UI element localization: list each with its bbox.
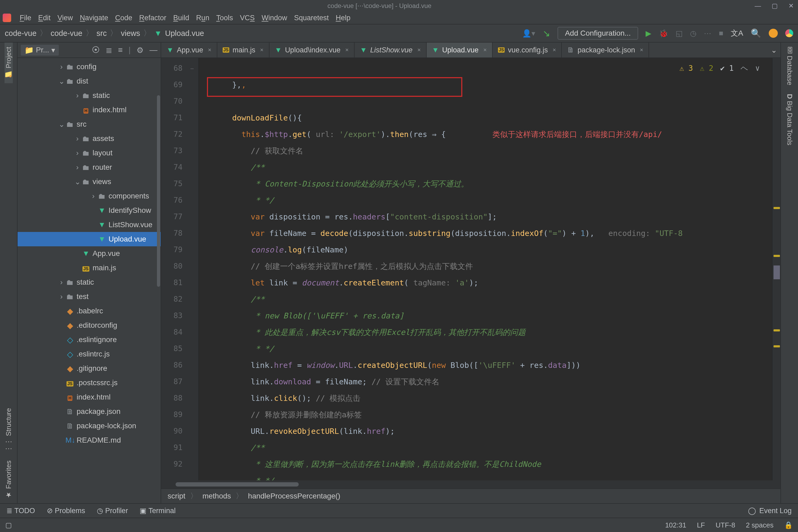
crumb-src[interactable]: src	[97, 29, 107, 38]
tree-node-listshow-vue[interactable]: ▼ListShow.vue	[18, 217, 161, 232]
tree-node--gitignore[interactable]: ◆.gitignore	[18, 361, 161, 376]
window-maximize-icon[interactable]: ▢	[772, 2, 778, 10]
crumb-views[interactable]: views	[121, 29, 140, 38]
tree-node--editorconfig[interactable]: ◆.editorconfig	[18, 318, 161, 332]
tree-node-test[interactable]: ›🖿test	[18, 289, 161, 304]
hide-panel-icon[interactable]: —	[150, 45, 157, 55]
project-tree[interactable]: ›🖿config⌄🖿dist›🖿staticHindex.html⌄🖿src›🖿…	[18, 58, 161, 503]
tree-node-src[interactable]: ⌄🖿src	[18, 117, 161, 131]
tab-main-js[interactable]: JS main.js ×	[217, 42, 269, 57]
crumb-root[interactable]: code-vue	[5, 29, 36, 38]
tree-node-router[interactable]: ›🖿router	[18, 160, 161, 174]
menu-code[interactable]: Code	[115, 14, 132, 22]
update-available-icon[interactable]	[769, 29, 778, 38]
tree-node-static[interactable]: ›🖿static	[18, 275, 161, 289]
tool-todo[interactable]: ≣ TODO	[6, 507, 35, 515]
prev-highlight-icon[interactable]: ヘ	[741, 60, 748, 77]
menu-navigate[interactable]: Navigate	[80, 14, 108, 22]
tree-node-views[interactable]: ⌄🖿views	[18, 174, 161, 189]
tab-app-vue[interactable]: ▼ App.vue ×	[161, 42, 217, 57]
tree-node-static[interactable]: ›🖿static	[18, 88, 161, 103]
profile-icon[interactable]: ◷	[690, 29, 697, 38]
menu-window[interactable]: Window	[262, 14, 287, 22]
tool-profiler[interactable]: ◷ Profiler	[97, 507, 128, 515]
tree-node-assets[interactable]: ›🖿assets	[18, 131, 161, 146]
crumb-file[interactable]: Upload.vue	[165, 29, 204, 38]
menu-view[interactable]: View	[57, 14, 73, 22]
tree-node-dist[interactable]: ⌄🖿dist	[18, 74, 161, 88]
code-editor[interactable]: },, downLoadFile(){ this.$http.get( url:…	[199, 58, 772, 480]
tree-node-components[interactable]: ›🖿components	[18, 189, 161, 203]
tab-close-icon[interactable]: ×	[208, 46, 211, 54]
next-highlight-icon[interactable]: ∨	[755, 60, 760, 77]
build-hammer-icon[interactable]: ↘	[543, 28, 550, 39]
menu-help[interactable]: Help	[336, 14, 350, 22]
tab-upload-index-vue[interactable]: ▼ Upload\index.vue ×	[269, 42, 355, 57]
crumb-methods[interactable]: methods	[203, 492, 231, 500]
tab-package-lock-json[interactable]: 🗎 package-lock.json ×	[562, 42, 649, 57]
translate-icon[interactable]: 文A	[731, 28, 743, 38]
editor-breadcrumb[interactable]: script〉 methods〉 handleProcessPercentage…	[161, 488, 780, 503]
line-number-gutter[interactable]: 68 69 70 71 72 73 74 75 76 77 78 79 80 8…	[161, 58, 187, 480]
menu-squaretest[interactable]: Squaretest	[294, 14, 329, 22]
gutter-icons[interactable]: –	[187, 58, 199, 480]
tree-node--postcssrc-js[interactable]: JS.postcssrc.js	[18, 376, 161, 390]
right-tool-bigdata[interactable]: D Big Data Tools	[785, 90, 794, 150]
window-minimize-icon[interactable]: —	[755, 2, 761, 10]
attach-icon[interactable]: ⋯	[704, 29, 711, 38]
tree-node--eslintrc-js[interactable]: ◇.eslintrc.js	[18, 347, 161, 361]
status-caret-position[interactable]: 102:31	[665, 521, 686, 529]
warning-icon[interactable]: ⚠ 3	[679, 60, 693, 77]
debug-icon[interactable]: 🐞	[659, 29, 668, 38]
window-close-icon[interactable]: ✕	[788, 2, 794, 10]
tree-node-main-js[interactable]: JSmain.js	[18, 261, 161, 275]
collapse-all-icon[interactable]: ≡	[118, 45, 123, 55]
tree-node-upload-vue[interactable]: ▼Upload.vue	[18, 232, 161, 246]
menu-tools[interactable]: Tools	[216, 14, 233, 22]
status-indent[interactable]: 2 spaces	[746, 521, 774, 529]
right-tool-database[interactable]: 🗄 Database	[785, 42, 794, 90]
tab-upload-vue[interactable]: ▼ Upload.vue ×	[427, 42, 493, 57]
tree-node-package-json[interactable]: 🗎package.json	[18, 404, 161, 419]
tab-close-icon[interactable]: ×	[417, 46, 421, 54]
tree-node--eslintignore[interactable]: ◇.eslintignore	[18, 332, 161, 347]
editor-horizontal-scrollbar[interactable]	[161, 480, 780, 488]
tool-terminal[interactable]: ▣ Terminal	[140, 507, 175, 515]
tab-close-icon[interactable]: ×	[260, 46, 264, 54]
tree-node-identifyshow[interactable]: ▼IdentifyShow	[18, 203, 161, 217]
tool-problems[interactable]: ⊘ Problems	[47, 507, 86, 515]
error-stripe[interactable]	[772, 58, 780, 480]
tree-node-index-html[interactable]: Hindex.html	[18, 390, 161, 404]
status-readonly-lock-icon[interactable]: 🔒	[784, 521, 793, 529]
add-configuration-button[interactable]: Add Configuration...	[557, 27, 639, 40]
tree-node-readme-md[interactable]: M↓README.md	[18, 433, 161, 448]
tab-close-icon[interactable]: ×	[552, 46, 556, 54]
left-tool-project[interactable]: 📁 Project	[4, 42, 13, 83]
search-icon[interactable]: 🔍	[750, 28, 761, 38]
tabs-overflow-icon[interactable]: ⌄	[767, 42, 780, 57]
crumb-fn[interactable]: handleProcessPercentage()	[248, 492, 340, 500]
crumb-module[interactable]: code-vue	[51, 29, 82, 38]
tab-close-icon[interactable]: ×	[345, 46, 349, 54]
coverage-icon[interactable]: ◱	[676, 29, 683, 38]
project-scrollbar[interactable]	[157, 95, 160, 287]
settings-gear-icon[interactable]: ⚙	[136, 45, 144, 55]
tool-event-log[interactable]: ◯ Event Log	[748, 507, 792, 515]
project-view-selector[interactable]: 📁 Pr... ▾	[21, 45, 59, 56]
status-line-separator[interactable]: LF	[697, 521, 705, 529]
user-switch-icon[interactable]: 👤▾	[522, 29, 535, 38]
menu-edit[interactable]: Edit	[38, 14, 51, 22]
left-tool-structure[interactable]: ⋮⋮ Structure	[4, 404, 13, 456]
tree-node-index-html[interactable]: Hindex.html	[18, 103, 161, 117]
service-status-icon[interactable]	[785, 29, 793, 37]
menu-run[interactable]: Run	[196, 14, 209, 22]
menu-refactor[interactable]: Refactor	[139, 14, 166, 22]
menu-file[interactable]: File	[20, 14, 32, 22]
menu-vcs[interactable]: VCS	[240, 14, 255, 22]
run-icon[interactable]: ▶	[646, 29, 651, 38]
tab-close-icon[interactable]: ×	[483, 46, 487, 54]
tree-node-layout[interactable]: ›🖿layout	[18, 146, 161, 160]
tree-node-config[interactable]: ›🖿config	[18, 60, 161, 74]
crumb-script[interactable]: script	[168, 492, 185, 500]
left-tool-favorites[interactable]: ★ Favorites	[4, 456, 13, 503]
